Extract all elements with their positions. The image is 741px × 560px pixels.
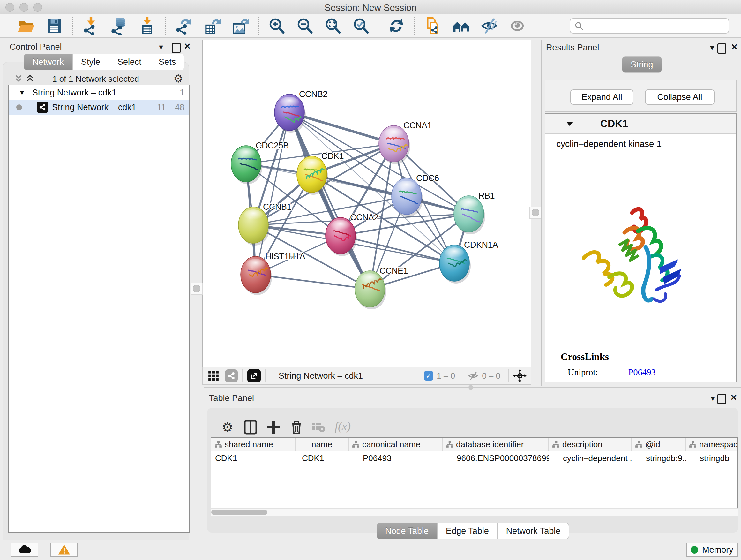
tab-network[interactable]: Network (23, 54, 72, 70)
selected-node-edge-counts: 1 – 0 (436, 371, 455, 381)
network-edge[interactable] (256, 274, 370, 289)
fit-selected-crosshair-icon[interactable] (513, 369, 527, 382)
zoom-selected-button[interactable] (352, 17, 370, 35)
table-cell[interactable]: CDK1 (295, 453, 349, 463)
zoom-in-button[interactable] (267, 17, 286, 35)
network-options-gear-icon[interactable]: ⚙ (174, 72, 183, 85)
control-panel-close-icon[interactable]: ✕ (184, 42, 191, 51)
tab-sets[interactable]: Sets (150, 54, 185, 70)
collapse-all-button[interactable]: Collapse All (645, 89, 715, 105)
table-cell[interactable]: stringdb:9... (632, 453, 686, 463)
table-options-gear-icon[interactable]: ⚙ (220, 420, 235, 435)
crosslink-row: Uniprot:P06493 (568, 367, 736, 377)
results-panel-close-icon[interactable]: ✕ (731, 43, 738, 51)
network-node-CCNB2[interactable]: CCNB2 (274, 89, 327, 133)
network-node-HIST1H1A[interactable]: HIST1H1A (241, 252, 306, 295)
node-table[interactable]: shared namenamecanonical namedatabase id… (211, 437, 738, 516)
export-network-button[interactable] (175, 17, 193, 35)
birdseye-grid-icon[interactable] (208, 370, 219, 381)
toolbar-separator (258, 17, 259, 35)
node-label-CDC25B: CDC25B (256, 141, 289, 150)
network-node-RB1[interactable]: RB1 (454, 191, 495, 234)
network-node-CDK1[interactable]: CDK1 (297, 151, 344, 195)
table-panel-float-icon[interactable] (718, 394, 726, 406)
section-collapse-icon[interactable] (566, 121, 574, 126)
column-header-description[interactable]: description (549, 438, 632, 451)
table-cell[interactable]: stringdb (686, 453, 738, 463)
zoom-fit-button[interactable] (324, 17, 342, 35)
column-tree-icon (352, 441, 360, 448)
table-panel-menu-icon[interactable]: ▾ (711, 394, 715, 402)
control-panel-float-icon[interactable] (172, 43, 181, 54)
column-tree-icon (689, 441, 697, 448)
column-header-namespace[interactable]: namespace (686, 438, 738, 451)
network-edge[interactable] (289, 112, 370, 289)
network-node-CCNA1[interactable]: CCNA1 (379, 121, 432, 164)
control-panel-menu-icon[interactable]: ▾ (159, 43, 163, 51)
show-all-button[interactable] (508, 17, 527, 35)
gene-section-header[interactable]: CDK1 (545, 114, 736, 134)
table-cell[interactable]: CDK1 (211, 453, 295, 463)
cloud-status-button[interactable] (11, 543, 38, 557)
network-node-CDC25B[interactable]: CDC25B (231, 141, 289, 184)
first-neighbors-button[interactable] (452, 17, 470, 35)
memory-button[interactable]: Memory (686, 543, 738, 557)
column-header-canonical-name[interactable]: canonical name (349, 438, 443, 451)
open-in-window-icon[interactable] (247, 369, 261, 382)
network-from-selection-button[interactable] (424, 17, 442, 35)
column-header-shared-name[interactable]: shared name (211, 438, 295, 451)
scrollbar-thumb[interactable] (211, 509, 267, 515)
selected-checkbox-icon[interactable]: ✓ (424, 371, 433, 381)
tree-expand-icon[interactable]: ▼ (19, 89, 25, 97)
right-splitter-handle[interactable] (529, 206, 542, 219)
table-cell[interactable]: P06493 (349, 453, 443, 463)
show-columns-button[interactable] (243, 420, 258, 435)
search-input[interactable] (586, 21, 729, 31)
crosslink-link[interactable]: P06493 (628, 367, 656, 377)
network-canvas[interactable]: CCNB2CCNA1CDC25BCDK1CDC6RB1CCNB1CCNA2CDK… (202, 40, 531, 367)
zoom-out-button[interactable] (295, 17, 314, 35)
column-header--id[interactable]: @id (632, 438, 686, 451)
save-session-button[interactable] (45, 17, 64, 35)
results-panel-menu-icon[interactable]: ▾ (710, 44, 714, 52)
table-cell[interactable]: 9606.ENSP00000378699 (443, 453, 549, 463)
tab-string[interactable]: String (622, 56, 662, 73)
export-image-button[interactable] (231, 17, 249, 35)
table-panel-close-icon[interactable]: ✕ (730, 393, 737, 401)
column-header-name[interactable]: name (295, 438, 349, 451)
table-horizontal-scrollbar[interactable] (211, 508, 738, 516)
share-view-icon[interactable] (225, 369, 238, 382)
network-node-CDC6[interactable]: CDC6 (392, 173, 439, 217)
export-table-button[interactable] (203, 17, 221, 35)
network-node-CDKN1A[interactable]: CDKN1A (440, 240, 498, 284)
import-network-icon (82, 17, 100, 35)
delete-column-button[interactable] (289, 420, 304, 435)
open-session-button[interactable] (17, 17, 36, 35)
tab-select[interactable]: Select (109, 54, 150, 70)
warnings-button[interactable] (51, 543, 78, 557)
network-collection-row[interactable]: ▼ String Network – cdk1 1 (9, 85, 189, 100)
tab-node-table[interactable]: Node Table (377, 523, 437, 539)
import-table-file-button[interactable] (138, 17, 156, 35)
delete-table-button[interactable] (311, 420, 327, 435)
hide-selected-button[interactable] (480, 17, 498, 35)
export-network-icon (175, 17, 193, 35)
expand-all-button[interactable]: Expand All (570, 89, 633, 105)
add-column-button[interactable] (266, 420, 281, 435)
results-panel-float-icon[interactable] (718, 44, 726, 55)
tab-network-table[interactable]: Network Table (497, 523, 569, 539)
hidden-eye-icon[interactable] (468, 370, 479, 381)
import-network-file-button[interactable] (82, 17, 100, 35)
table-row[interactable]: CDK1CDK1P064939606.ENSP00000378699cyclin… (211, 451, 738, 465)
refresh-view-button[interactable] (387, 17, 406, 35)
node-label-CDK1: CDK1 (321, 151, 344, 161)
column-header-database-identifier[interactable]: database identifier (443, 438, 549, 451)
network-row-selected[interactable]: String Network – cdk1 11 48 (9, 100, 189, 115)
tab-style[interactable]: Style (72, 54, 109, 70)
tab-edge-table[interactable]: Edge Table (437, 523, 497, 539)
search-field[interactable] (569, 18, 729, 34)
table-cell[interactable]: cyclin–dependent ... (549, 453, 632, 463)
left-splitter-handle[interactable] (191, 283, 203, 295)
apply-function-fx-icon[interactable]: f(x) (335, 420, 363, 435)
import-network-database-button[interactable] (110, 17, 128, 35)
